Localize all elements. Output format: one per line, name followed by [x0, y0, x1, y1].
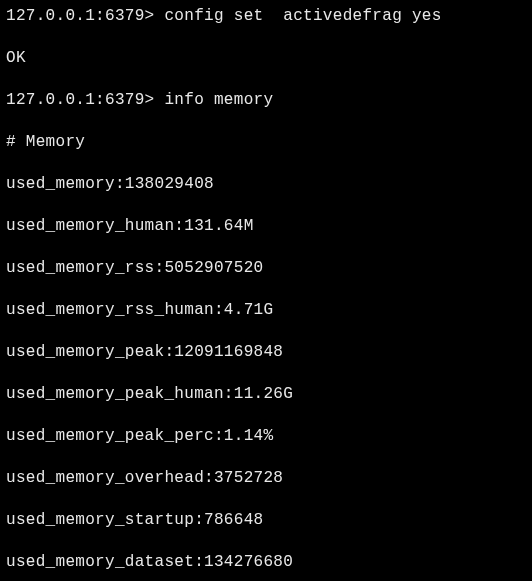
- terminal-line: OK: [6, 48, 528, 69]
- terminal-line: used_memory:138029408: [6, 174, 528, 195]
- cli-output: used_memory_peak:12091169848: [6, 343, 283, 361]
- cli-output: used_memory_rss_human:4.71G: [6, 301, 273, 319]
- cli-output: used_memory_overhead:3752728: [6, 469, 283, 487]
- cli-output: OK: [6, 49, 26, 67]
- terminal[interactable]: 127.0.0.1:6379> config set activedefrag …: [0, 0, 532, 581]
- cli-output: used_memory_startup:786648: [6, 511, 263, 529]
- cli-command[interactable]: config set activedefrag yes: [155, 7, 442, 25]
- terminal-line: used_memory_peak_perc:1.14%: [6, 426, 528, 447]
- terminal-line: used_memory_overhead:3752728: [6, 468, 528, 489]
- cli-output: used_memory_peak_human:11.26G: [6, 385, 293, 403]
- cli-output: # Memory: [6, 133, 85, 151]
- terminal-line: used_memory_rss_human:4.71G: [6, 300, 528, 321]
- cli-output: used_memory:138029408: [6, 175, 214, 193]
- cli-output: used_memory_peak_perc:1.14%: [6, 427, 273, 445]
- terminal-line: used_memory_startup:786648: [6, 510, 528, 531]
- cli-command[interactable]: info memory: [155, 91, 274, 109]
- terminal-line: 127.0.0.1:6379> info memory: [6, 90, 528, 111]
- terminal-line: used_memory_peak:12091169848: [6, 342, 528, 363]
- cli-output: used_memory_dataset:134276680: [6, 553, 293, 571]
- cli-output: used_memory_human:131.64M: [6, 217, 254, 235]
- cli-output: used_memory_rss:5052907520: [6, 259, 263, 277]
- cli-prompt: 127.0.0.1:6379>: [6, 7, 155, 25]
- terminal-line: used_memory_dataset:134276680: [6, 552, 528, 573]
- cli-prompt: 127.0.0.1:6379>: [6, 91, 155, 109]
- terminal-line: used_memory_human:131.64M: [6, 216, 528, 237]
- terminal-line: 127.0.0.1:6379> config set activedefrag …: [6, 6, 528, 27]
- terminal-line: used_memory_peak_human:11.26G: [6, 384, 528, 405]
- terminal-line: used_memory_rss:5052907520: [6, 258, 528, 279]
- terminal-line: # Memory: [6, 132, 528, 153]
